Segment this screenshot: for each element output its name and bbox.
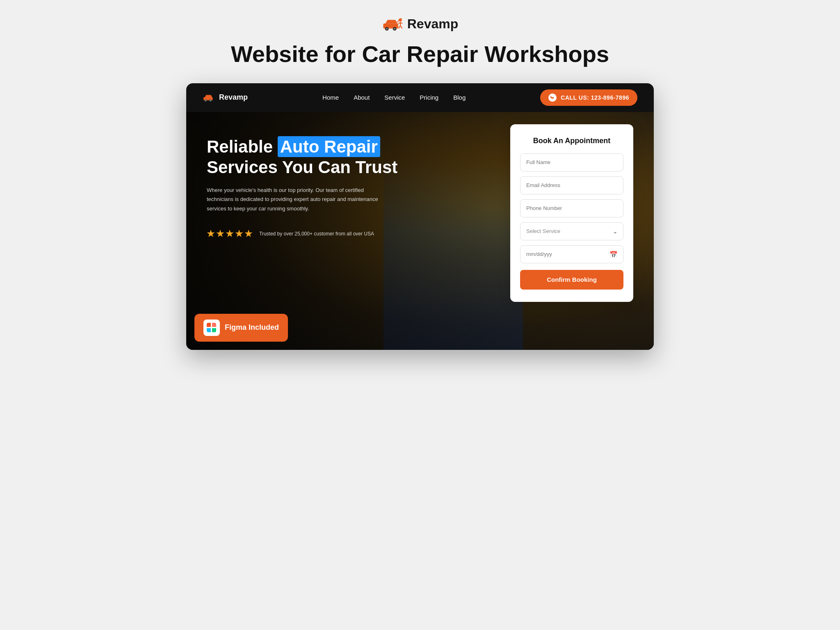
nav-brand: Revamp: [203, 93, 248, 103]
star-4: [235, 230, 243, 238]
hero-title-part2: Services You Can Trust: [207, 158, 397, 177]
confirm-booking-button[interactable]: Confirm Booking: [520, 270, 623, 290]
svg-line-8: [398, 25, 400, 28]
service-select[interactable]: Select Service Oil Change Brake Repair E…: [520, 222, 623, 240]
nav-cta-text: CALL US: 123-896-7896: [561, 94, 629, 101]
service-select-wrapper: Select Service Oil Change Brake Repair E…: [520, 222, 623, 240]
star-3: [226, 230, 234, 238]
hero-section: Reliable Auto Repair Services You Can Tr…: [186, 112, 654, 350]
email-input[interactable]: [520, 176, 623, 194]
figma-badge-text: Figma Included: [225, 323, 279, 332]
navbar: Revamp Home About Service Pricing Blog C…: [186, 83, 654, 112]
nav-item-service[interactable]: Service: [384, 94, 405, 101]
nav-item-about[interactable]: About: [354, 94, 370, 101]
top-brand-name: Revamp: [407, 16, 459, 32]
hero-title-part1: Reliable: [207, 137, 278, 156]
hero-content: Reliable Auto Repair Services You Can Tr…: [186, 112, 467, 262]
star-5: [244, 230, 253, 238]
nav-item-blog[interactable]: Blog: [453, 94, 466, 101]
booking-form: Select Service Oil Change Brake Repair E…: [520, 153, 623, 290]
top-brand-logo: Revamp: [382, 16, 459, 32]
star-rating: [207, 230, 253, 238]
svg-point-16: [210, 100, 211, 101]
svg-line-9: [400, 25, 402, 28]
phone-input[interactable]: [520, 199, 623, 217]
figma-icon-bl: [207, 328, 211, 332]
nav-brand-icon: [203, 93, 216, 103]
phone-icon: [548, 94, 557, 102]
page-title: Website for Car Repair Workshops: [231, 41, 609, 67]
hero-title: Reliable Auto Repair Services You Can Tr…: [207, 137, 446, 178]
star-2: [216, 230, 224, 238]
figma-icon: [207, 323, 217, 333]
nav-brand-name: Revamp: [219, 93, 248, 102]
svg-point-14: [205, 100, 206, 101]
hero-trust: Trusted by over 25,000+ customer from al…: [207, 230, 446, 238]
page-header: Revamp Website for Car Repair Workshops: [174, 16, 666, 67]
hero-title-highlight: Auto Repair: [278, 136, 380, 157]
nav-cta[interactable]: CALL US: 123-896-7896: [540, 89, 637, 106]
full-name-input[interactable]: [520, 153, 623, 171]
star-1: [207, 230, 215, 238]
figma-icon-tl: [207, 323, 211, 327]
hero-trust-text: Trusted by over 25,000+ customer from al…: [259, 231, 374, 237]
figma-badge: Figma Included: [194, 314, 288, 342]
booking-card: Book An Appointment Select Service Oil C…: [510, 124, 633, 302]
svg-point-4: [394, 28, 395, 30]
nav-item-pricing[interactable]: Pricing: [420, 94, 438, 101]
nav-links: Home About Service Pricing Blog: [322, 94, 466, 101]
figma-icon-br: [212, 328, 216, 332]
figma-icon-container: [203, 320, 220, 336]
preview-window: Revamp Home About Service Pricing Blog C…: [186, 83, 654, 350]
figma-icon-tr: [212, 323, 216, 327]
svg-point-2: [386, 28, 388, 30]
date-input[interactable]: [520, 245, 623, 263]
top-brand-icon: [382, 17, 403, 32]
booking-card-title: Book An Appointment: [520, 137, 623, 145]
hero-description: Where your vehicle's health is our top p…: [207, 186, 379, 213]
nav-item-home[interactable]: Home: [322, 94, 339, 101]
date-wrapper: 📅: [520, 245, 623, 263]
